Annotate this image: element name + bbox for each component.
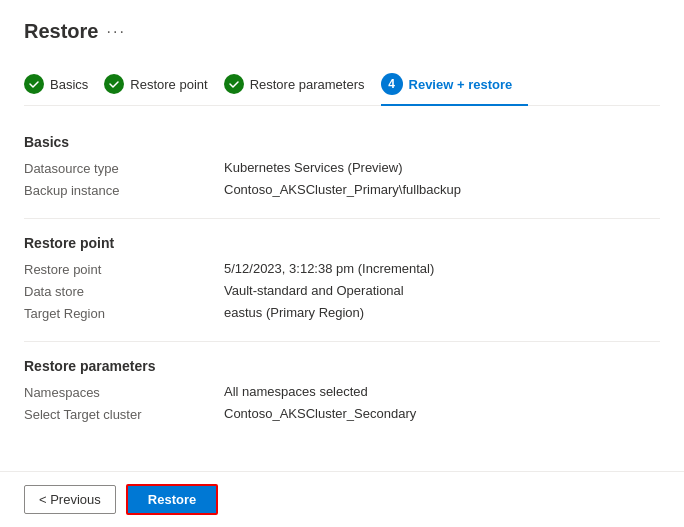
basics-section-title: Basics — [24, 134, 660, 150]
namespaces-value: All namespaces selected — [224, 384, 660, 399]
step-label-review-restore: Review + restore — [409, 77, 513, 92]
namespaces-label: Namespaces — [24, 384, 224, 400]
step-check-icon-restore-parameters — [224, 74, 244, 94]
target-region-label: Target Region — [24, 305, 224, 321]
target-cluster-label: Select Target cluster — [24, 406, 224, 422]
step-label-basics: Basics — [50, 77, 88, 92]
target-cluster-row: Select Target cluster Contoso_AKSCluster… — [24, 406, 660, 422]
restore-point-value: 5/12/2023, 3:12:38 pm (Incremental) — [224, 261, 660, 276]
more-options-icon[interactable]: ··· — [106, 23, 125, 41]
data-store-row: Data store Vault-standard and Operationa… — [24, 283, 660, 299]
restore-point-section-title: Restore point — [24, 235, 660, 251]
restore-point-row: Restore point 5/12/2023, 3:12:38 pm (Inc… — [24, 261, 660, 277]
backup-instance-value: Contoso_AKSCluster_Primary\fullbackup — [224, 182, 660, 197]
page-title: Restore — [24, 20, 98, 43]
step-review-restore[interactable]: 4 Review + restore — [381, 63, 529, 105]
restore-button[interactable]: Restore — [126, 484, 218, 515]
divider-1 — [24, 218, 660, 219]
backup-instance-row: Backup instance Contoso_AKSCluster_Prima… — [24, 182, 660, 198]
divider-2 — [24, 341, 660, 342]
step-restore-parameters[interactable]: Restore parameters — [224, 64, 381, 104]
step-number-icon-review: 4 — [381, 73, 403, 95]
datasource-type-label: Datasource type — [24, 160, 224, 176]
target-region-value: eastus (Primary Region) — [224, 305, 660, 320]
step-label-restore-point: Restore point — [130, 77, 207, 92]
previous-button[interactable]: < Previous — [24, 485, 116, 514]
wizard-steps: Basics Restore point Restore parameters … — [24, 63, 660, 106]
basics-section: Basics Datasource type Kubernetes Servic… — [24, 134, 660, 198]
datasource-type-row: Datasource type Kubernetes Services (Pre… — [24, 160, 660, 176]
restore-point-section: Restore point Restore point 5/12/2023, 3… — [24, 235, 660, 321]
page-container: Restore ··· Basics Restore point — [0, 0, 684, 512]
restore-parameters-section: Restore parameters Namespaces All namesp… — [24, 358, 660, 422]
target-cluster-value: Contoso_AKSCluster_Secondary — [224, 406, 660, 421]
step-label-restore-parameters: Restore parameters — [250, 77, 365, 92]
namespaces-row: Namespaces All namespaces selected — [24, 384, 660, 400]
restore-point-label: Restore point — [24, 261, 224, 277]
step-check-icon-restore-point — [104, 74, 124, 94]
data-store-value: Vault-standard and Operational — [224, 283, 660, 298]
step-restore-point[interactable]: Restore point — [104, 64, 223, 104]
datasource-type-value: Kubernetes Services (Preview) — [224, 160, 660, 175]
target-region-row: Target Region eastus (Primary Region) — [24, 305, 660, 321]
step-basics[interactable]: Basics — [24, 64, 104, 104]
data-store-label: Data store — [24, 283, 224, 299]
backup-instance-label: Backup instance — [24, 182, 224, 198]
restore-parameters-section-title: Restore parameters — [24, 358, 660, 374]
step-check-icon-basics — [24, 74, 44, 94]
title-row: Restore ··· — [24, 20, 660, 43]
footer: < Previous Restore — [0, 471, 684, 527]
